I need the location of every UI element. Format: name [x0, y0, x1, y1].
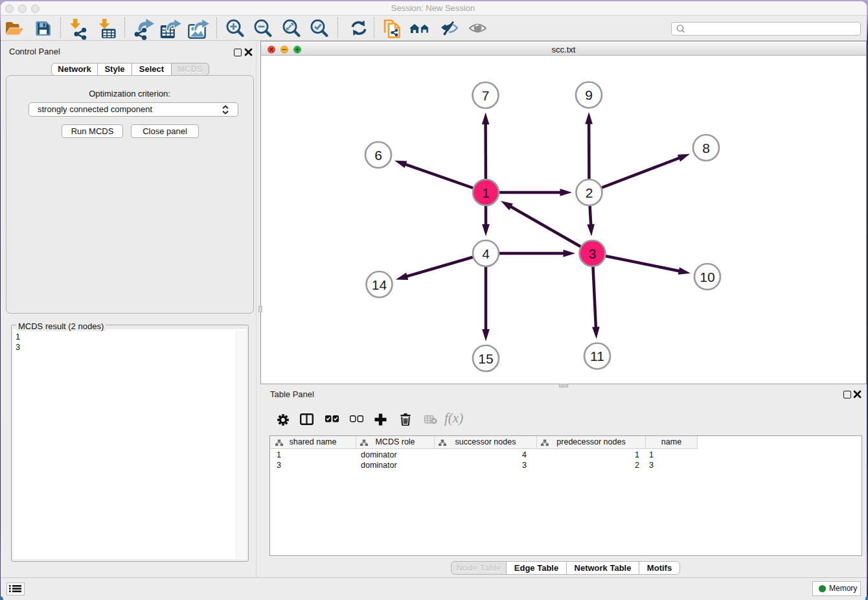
- svg-text:1: 1: [482, 185, 490, 200]
- svg-text:7: 7: [482, 88, 490, 103]
- svg-text:10: 10: [700, 270, 714, 284]
- svg-text:14: 14: [372, 277, 387, 292]
- svg-text:11: 11: [590, 349, 604, 363]
- svg-text:6: 6: [374, 148, 382, 163]
- svg-text:3: 3: [589, 246, 597, 261]
- svg-text:15: 15: [478, 351, 493, 366]
- svg-text:2: 2: [586, 185, 593, 200]
- svg-text:4: 4: [482, 246, 490, 261]
- svg-text:9: 9: [585, 87, 593, 102]
- svg-text:8: 8: [702, 141, 710, 156]
